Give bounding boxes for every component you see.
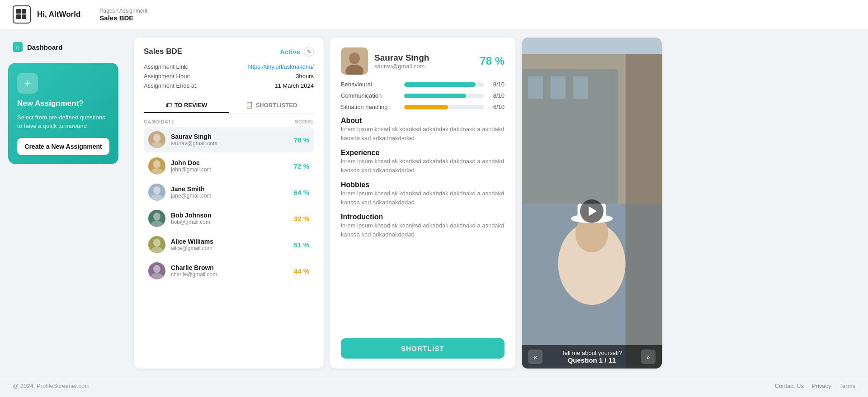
candidate-row[interactable]: Saurav Singh saurav@gmail.com 78 % — [144, 127, 314, 152]
assignment-link-value[interactable]: https://tiny.url/asknakdna/ — [248, 63, 314, 70]
skill-bar-fill — [404, 94, 466, 98]
candidate-info: Charlie Brown charlie@gmail.com — [171, 264, 294, 278]
candidate-email: saurav@gmail.com — [171, 140, 294, 147]
detail-email: saurav@gmail.com — [374, 63, 429, 70]
candidate-row[interactable]: Alice Williams alice@gmail.com 51 % — [144, 232, 314, 257]
detail-avatar — [341, 47, 368, 75]
skill-row: Situation handling 6/10 — [341, 104, 505, 110]
svg-rect-32 — [551, 76, 566, 99]
candidate-row[interactable]: John Doe john@gmail.com 72 % — [144, 153, 314, 179]
video-footer: « Tell me about yourself? Question 1 / 1… — [522, 345, 662, 369]
skill-label: Behavioural — [341, 81, 400, 88]
candidate-info: Saurav Singh saurav@gmail.com — [171, 133, 294, 147]
candidate-name: John Doe — [171, 159, 294, 166]
candidate-list: Saurav Singh saurav@gmail.com 78 % John … — [144, 127, 314, 284]
footer-link[interactable]: Contact Us — [775, 383, 804, 389]
skills-section: Behavioural 9/10 Communication 8/10 Situ… — [341, 81, 505, 110]
edit-icon[interactable]: ✎ — [304, 47, 314, 57]
skill-label: Situation handling — [341, 104, 400, 110]
about-title: About — [341, 117, 505, 125]
candidate-row[interactable]: Bob Johnson bob@gmail.com 32 % — [144, 206, 314, 231]
candidate-score: 64 % — [294, 189, 309, 196]
avatar — [148, 131, 165, 148]
candidate-score: 51 % — [294, 241, 309, 249]
candidate-info: Alice Williams alice@gmail.com — [171, 238, 294, 251]
assignment-hour-label: Assignment Hour: — [144, 73, 190, 80]
skill-bar-bg — [404, 94, 484, 98]
video-question-text: Tell me about yourself? — [546, 350, 637, 356]
col-headers: CANDIDATE SCORE — [144, 113, 314, 127]
svg-rect-27 — [626, 54, 662, 369]
introduction-title: Introduction — [341, 213, 505, 221]
home-icon: ⌂ — [13, 42, 23, 52]
candidate-email: alice@gmail.com — [171, 245, 294, 251]
svg-point-11 — [153, 186, 160, 194]
skill-bar-fill — [404, 105, 448, 109]
hobbies-section: Hobbies lorem ipsum khsad sk kdanksd adk… — [341, 181, 505, 207]
introduction-section: Introduction lorem ipsum khsad sk kdanks… — [341, 213, 505, 239]
svg-rect-3 — [22, 14, 26, 19]
candidate-score: 72 % — [294, 162, 309, 170]
avatar — [148, 236, 165, 253]
candidate-name: Bob Johnson — [171, 212, 294, 219]
svg-point-5 — [153, 134, 160, 142]
video-next-button[interactable]: » — [641, 350, 656, 364]
candidate-email: bob@gmail.com — [171, 219, 294, 225]
svg-point-23 — [349, 52, 360, 64]
svg-rect-0 — [16, 9, 21, 14]
info-row-ends: Assignment Ends at: 11 March 2024 — [144, 81, 314, 90]
candidate-row[interactable]: Charlie Brown charlie@gmail.com 44 % — [144, 258, 314, 284]
candidate-email: jane@gmail.com — [171, 193, 294, 199]
info-row-link: Assignment Link: https://tiny.url/asknak… — [144, 62, 314, 71]
footer-link[interactable]: Terms — [840, 383, 855, 389]
svg-rect-2 — [16, 14, 21, 19]
avatar — [148, 157, 165, 175]
status-badge: Active — [280, 48, 300, 56]
video-prev-button[interactable]: « — [528, 350, 542, 364]
tab-shortlisted[interactable]: 📋 SHORTLISTED — [229, 97, 314, 113]
svg-point-14 — [153, 213, 160, 221]
create-assignment-button[interactable]: Create a New Assignment — [17, 138, 109, 155]
svg-point-8 — [153, 160, 160, 168]
review-tab-icon: 🏷 — [165, 101, 172, 109]
about-section: About lorem ipsum khsad sk kdanksd adkab… — [341, 117, 505, 142]
skill-bar-bg — [404, 82, 484, 87]
breadcrumb-area: Pages / Assignment Sales BDE — [99, 8, 147, 22]
panel-header: Sales BDE Active ✎ — [144, 47, 314, 57]
assignment-link-label: Assignment Link: — [144, 63, 189, 70]
shortlist-button[interactable]: SHORTLIST — [341, 338, 505, 359]
play-button[interactable] — [580, 199, 604, 223]
experience-title: Experience — [341, 149, 505, 157]
assignment-panel: Sales BDE Active ✎ Assignment Link: http… — [134, 38, 324, 369]
skill-value: 6/10 — [488, 104, 505, 110]
experience-text: lorem ipsum khsad sk kdanksd adkabdak da… — [341, 157, 505, 175]
tabs-row: 🏷 TO REVIEW 📋 SHORTLISTED — [144, 97, 314, 113]
skill-bar-bg — [404, 105, 484, 109]
candidate-row[interactable]: Jane Smith jane@gmail.com 64 % — [144, 180, 314, 205]
skill-value: 8/10 — [488, 92, 505, 99]
skill-bar-fill — [404, 82, 476, 87]
sidebar-item-dashboard[interactable]: ⌂ Dashboard — [8, 38, 118, 56]
footer-link[interactable]: Privacy — [812, 383, 831, 389]
footer-links: Contact UsPrivacyTerms — [775, 383, 855, 389]
candidate-email: john@gmail.com — [171, 166, 294, 173]
svg-point-17 — [153, 239, 160, 247]
candidate-score: 44 % — [294, 267, 309, 275]
assignment-ends-value: 11 March 2024 — [274, 82, 314, 89]
svg-rect-33 — [573, 76, 588, 99]
detail-score: 78 % — [480, 55, 505, 67]
detail-name-email: Saurav Singh saurav@gmail.com — [374, 53, 429, 70]
candidate-info: Bob Johnson bob@gmail.com — [171, 212, 294, 225]
col-score: SCORE — [295, 119, 314, 124]
candidate-score: 78 % — [294, 136, 309, 144]
footer: @ 2024, ProfileScreener.com Contact UsPr… — [0, 377, 868, 395]
experience-section: Experience lorem ipsum khsad sk kdanksd … — [341, 149, 505, 175]
candidate-info: Jane Smith jane@gmail.com — [171, 185, 294, 199]
skill-row: Behavioural 9/10 — [341, 81, 505, 88]
col-candidate: CANDIDATE — [144, 119, 175, 124]
breadcrumb: Pages / Assignment — [99, 8, 147, 14]
new-assignment-desc: Select from pre-defined questions to hav… — [17, 113, 109, 131]
introduction-text: lorem ipsum khsad sk kdanksd adkabdak da… — [341, 221, 505, 239]
candidate-name: Jane Smith — [171, 185, 294, 193]
tab-to-review[interactable]: 🏷 TO REVIEW — [144, 97, 229, 113]
